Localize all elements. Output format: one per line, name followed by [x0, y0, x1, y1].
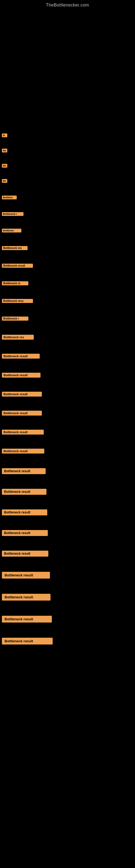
result-row-10: Bottleneck re — [0, 280, 135, 287]
bottleneck-label-20: Bottleneck result — [2, 468, 46, 474]
bottleneck-label-28: Bottleneck result — [2, 638, 53, 645]
result-row-1: B — [0, 132, 135, 139]
bottleneck-label-18: Bottleneck result — [2, 430, 44, 435]
bottleneck-label-24: Bottleneck result — [2, 551, 48, 557]
result-row-18: Bottleneck result — [0, 428, 135, 436]
result-row-5: Bottlene — [0, 194, 135, 201]
bottleneck-label-12: Bottleneck r — [2, 316, 28, 321]
result-row-9: Bottleneck result — [0, 262, 135, 269]
bottleneck-label-25: Bottleneck result — [2, 572, 50, 579]
bottleneck-label-27: Bottleneck result — [2, 616, 52, 622]
bottleneck-label-26: Bottleneck result — [2, 594, 50, 600]
result-row-19: Bottleneck result — [0, 447, 135, 455]
result-row-16: Bottleneck result — [0, 390, 135, 398]
bottleneck-label-5: Bottlene — [2, 195, 17, 199]
result-row-13: Bottleneck res — [0, 333, 135, 341]
result-row-26: Bottleneck result — [0, 592, 135, 602]
bottleneck-label-13: Bottleneck res — [2, 335, 34, 340]
bottleneck-label-6: Bottleneck r — [2, 212, 24, 216]
result-row-25: Bottleneck result — [0, 570, 135, 580]
result-row-3: Bo — [0, 162, 135, 169]
bottleneck-label-8: Bottleneck res — [2, 246, 28, 250]
result-row-24: Bottleneck result — [0, 549, 135, 558]
result-row-4: Bo — [0, 177, 135, 184]
site-title: TheBottlenecker.com — [0, 0, 135, 10]
result-row-6: Bottleneck r — [0, 211, 135, 218]
result-row-14: Bottleneck result — [0, 352, 135, 360]
result-row-27: Bottleneck result — [0, 614, 135, 624]
bottleneck-label-9: Bottleneck result — [2, 264, 33, 268]
result-row-2: Bo — [0, 147, 135, 154]
bottleneck-label-14: Bottleneck result — [2, 354, 40, 359]
result-row-21: Bottleneck result — [0, 487, 135, 496]
bottleneck-label-17: Bottleneck result — [2, 411, 42, 415]
chart-area — [0, 10, 135, 124]
bottleneck-label-10: Bottleneck re — [2, 281, 28, 285]
page-container: TheBottlenecker.com B Bo Bo Bo Bottlene … — [0, 0, 135, 646]
result-row-17: Bottleneck result — [0, 409, 135, 417]
bottleneck-label-23: Bottleneck result — [2, 530, 48, 536]
result-row-8: Bottleneck res — [0, 244, 135, 252]
result-row-20: Bottleneck result — [0, 467, 135, 476]
result-row-15: Bottleneck result — [0, 371, 135, 379]
bottleneck-label-4: Bo — [2, 179, 7, 183]
labels-section: B Bo Bo Bo Bottlene Bottleneck r Bottlen… — [0, 124, 135, 646]
result-row-11: Bottleneck resu — [0, 297, 135, 305]
bottleneck-label-7: Bottlenec — [2, 229, 21, 232]
result-row-22: Bottleneck result — [0, 508, 135, 517]
result-row-28: Bottleneck result — [0, 636, 135, 646]
bottleneck-label-15: Bottleneck result — [2, 373, 41, 378]
bottleneck-label-3: Bo — [2, 164, 7, 167]
bottleneck-label-21: Bottleneck result — [2, 489, 46, 495]
bottleneck-label-16: Bottleneck result — [2, 392, 42, 397]
result-row-23: Bottleneck result — [0, 528, 135, 538]
bottleneck-label-2: Bo — [2, 149, 7, 152]
bottleneck-label-11: Bottleneck resu — [2, 299, 33, 303]
result-row-12: Bottleneck r — [0, 315, 135, 322]
bottleneck-label-22: Bottleneck result — [2, 509, 47, 516]
result-row-7: Bottlenec — [0, 227, 135, 234]
bottleneck-label-1: B — [2, 133, 7, 137]
bottleneck-label-19: Bottleneck result — [2, 448, 44, 454]
